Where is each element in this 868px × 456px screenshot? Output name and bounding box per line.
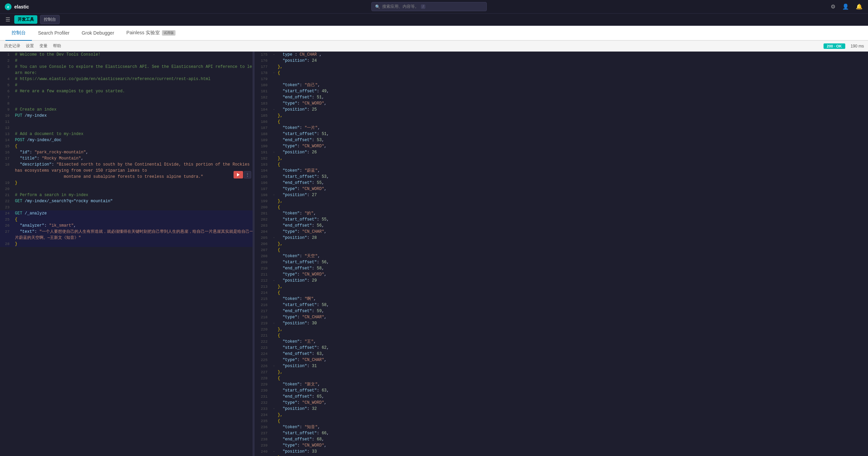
resp-line-num: 218	[255, 314, 272, 320]
resp-line-num: 235	[255, 418, 272, 424]
resp-content: "end_offset": 56,	[276, 223, 868, 229]
response-line: 222 "token": "王",	[255, 339, 868, 345]
resp-content: "token": "一片",	[276, 125, 868, 131]
resp-fold[interactable]: -	[272, 449, 276, 455]
response-panel[interactable]: 175 - type : CN_CHAR , 176 "position": 2…	[255, 52, 868, 456]
response-line: 206 },	[255, 241, 868, 247]
console-button[interactable]: 控制台	[40, 15, 60, 24]
resp-fold[interactable]: -	[272, 107, 276, 113]
line-num: 19	[0, 180, 14, 186]
code-line: 1 # Welcome to the Dev Tools Console!	[0, 52, 254, 58]
dev-tools-button[interactable]: 开发工具	[14, 15, 37, 24]
resp-content: "start_offset": 56,	[276, 259, 868, 265]
code-line: 21 # Perform a search in my-index	[0, 192, 254, 198]
line-content: {	[14, 216, 254, 223]
response-line: 217 "end_offset": 59,	[255, 308, 868, 314]
resp-line-num: 193	[255, 162, 272, 168]
resp-line-num: 190	[255, 143, 272, 149]
resp-content: "type": "CN_CHAR",	[276, 229, 868, 235]
response-line: 237 "start_offset": 66,	[255, 430, 868, 436]
line-content: # Add a document to my-index	[14, 131, 254, 137]
resp-line-num: 233	[255, 406, 272, 412]
resp-content: "token": "王",	[276, 339, 868, 345]
response-line: 230 "start_offset": 63,	[255, 387, 868, 394]
line-content: "title": "Rocky Mountain",	[14, 155, 254, 162]
resp-content: "end_offset": 68,	[276, 436, 868, 442]
response-line: 199 },	[255, 198, 868, 204]
resp-line-num: 175	[255, 52, 272, 58]
tab-console[interactable]: 控制台	[5, 26, 32, 41]
tab-grok-debugger[interactable]: Grok Debugger	[76, 26, 121, 41]
line-content: "analyzer": "ik_smart",	[14, 223, 254, 229]
tab-search-profiler[interactable]: Search Profiler	[32, 26, 76, 41]
resp-content: "type": "CN_WORD",	[276, 442, 868, 449]
resp-line-num: 183	[255, 100, 272, 107]
resp-fold[interactable]: -	[272, 278, 276, 284]
resp-line-num: 196	[255, 180, 272, 186]
resp-content: {	[276, 119, 868, 125]
resp-content: "position": 28	[276, 235, 868, 241]
resp-fold[interactable]: -	[272, 149, 276, 155]
user-button[interactable]: 👤	[841, 2, 850, 11]
code-line: 25 {	[0, 216, 254, 223]
search-bar[interactable]: 🔍 搜索应用、内容等。 /	[371, 2, 487, 11]
code-line: 24 GET /_analyze	[0, 210, 254, 216]
time-badge: 190 ms	[851, 44, 864, 49]
line-num: 8	[0, 100, 14, 107]
response-line: 201 "token": "的",	[255, 210, 868, 216]
code-line: 16 "id": "park_rocky-mountain",	[0, 149, 254, 155]
resp-content: "token": "天空",	[276, 253, 868, 259]
hamburger-button[interactable]: ☰	[4, 15, 12, 24]
resp-content: "position": 30	[276, 320, 868, 326]
line-num: 20	[0, 186, 14, 192]
run-button[interactable]	[234, 171, 243, 178]
code-editor[interactable]: 1 # Welcome to the Dev Tools Console! 2 …	[0, 52, 254, 456]
resp-content: "position": 26	[276, 149, 868, 155]
help-item[interactable]: 帮助	[53, 42, 61, 50]
response-line: 207 {	[255, 247, 868, 253]
play-icon	[237, 173, 240, 176]
resize-handle[interactable]	[253, 52, 254, 456]
line-content: # You can use Console to explore the Ela…	[14, 64, 254, 76]
response-line: 205 - "position": 28	[255, 235, 868, 241]
tab-painless-lab[interactable]: Painless 实验室 试用版	[120, 26, 182, 41]
resp-fold[interactable]: -	[272, 70, 276, 76]
elastic-logo[interactable]: e elastic	[4, 3, 29, 11]
resp-line-num: 180	[255, 82, 272, 88]
resp-fold[interactable]: -	[272, 320, 276, 326]
resp-content: {	[276, 332, 868, 339]
response-line: 216 "start_offset": 58,	[255, 302, 868, 308]
resp-line-num: 199	[255, 198, 272, 204]
resp-fold[interactable]: -	[272, 192, 276, 198]
response-line: 213 },	[255, 284, 868, 290]
variables-item[interactable]: 变量	[39, 42, 48, 50]
editor-panel: 1 # Welcome to the Dev Tools Console! 2 …	[0, 52, 255, 456]
settings-item[interactable]: 设置	[26, 42, 34, 50]
resp-line-num: 201	[255, 210, 272, 216]
resp-fold[interactable]: -	[272, 406, 276, 412]
more-button[interactable]: ⋮	[244, 171, 251, 178]
line-num: 12	[0, 125, 14, 131]
code-line: montane and subalpine forests to treeles…	[0, 174, 254, 180]
notification-button[interactable]: 🔔	[854, 2, 864, 11]
response-line: 181 "start_offset": 49,	[255, 88, 868, 94]
resp-line-num: 179	[255, 76, 272, 82]
resp-fold[interactable]: -	[272, 235, 276, 241]
line-num: 25	[0, 216, 14, 223]
resp-line-num: 239	[255, 442, 272, 449]
line-content: # Create an index	[14, 107, 254, 113]
resp-line-num: 184	[255, 107, 272, 113]
resp-fold[interactable]: -	[272, 52, 276, 58]
resp-fold[interactable]: -	[272, 363, 276, 369]
resp-line-num: 187	[255, 125, 272, 131]
line-content: }	[14, 241, 254, 247]
response-line: 238 "end_offset": 68,	[255, 436, 868, 442]
resp-content: },	[276, 326, 868, 332]
settings-button[interactable]: ⚙	[829, 2, 837, 11]
response-line: 215 "token": "啊",	[255, 296, 868, 302]
response-line: 233 - "position": 32	[255, 406, 868, 412]
history-item[interactable]: 历史记录	[4, 42, 20, 50]
line-num: 9	[0, 107, 14, 113]
line-content: PUT /my-index	[14, 113, 254, 119]
response-line: 236 "token": "知音",	[255, 424, 868, 430]
